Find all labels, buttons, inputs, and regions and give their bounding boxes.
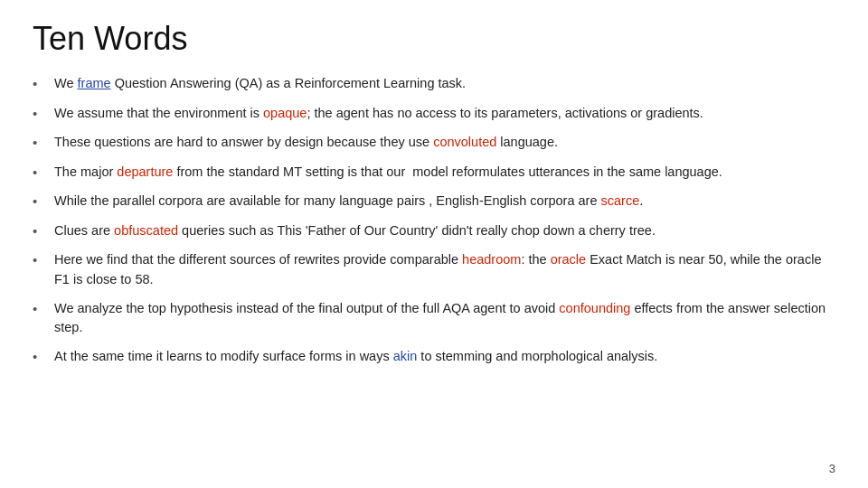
bullet-icon: • [33,347,49,368]
list-item: • We frame Question Answering (QA) as a … [33,74,835,95]
bullet-text: Clues are obfuscated queries such as Thi… [54,221,656,241]
highlight-departure: departure [117,164,173,179]
bullet-text: We analyze the top hypothesis instead of… [54,299,835,339]
highlight-opaque: opaque [263,106,307,120]
bullet-icon: • [33,221,49,242]
bullet-text: The major departure from the standard MT… [54,163,722,183]
highlight-confounding: confounding [559,301,630,315]
list-item: • At the same time it learns to modify s… [33,347,835,368]
list-item: • The major departure from the standard … [33,163,835,183]
list-item: • We analyze the top hypothesis instead … [33,299,835,339]
highlight-convoluted: convoluted [433,135,496,149]
highlight-headroom: headroom [462,252,521,267]
bullet-text: These questions are hard to answer by de… [54,133,558,153]
highlight-obfuscated: obfuscated [114,223,178,238]
content-area: • We frame Question Answering (QA) as a … [33,74,835,368]
list-item: • We assume that the environment is opaq… [33,104,835,125]
highlight-scarce: scarce [601,193,640,208]
bullet-icon: • [33,192,49,212]
bullet-icon: • [33,133,49,154]
bullet-text: Here we find that the different sources … [54,250,835,290]
bullet-icon: • [33,104,49,125]
page-title: Ten Words [33,20,868,58]
page-number: 3 [829,462,835,475]
bullet-text: While the parallel corpora are available… [54,192,643,211]
bullet-icon: • [33,299,49,320]
bullet-text: At the same time it learns to modify sur… [54,347,657,367]
highlight-akin: akin [393,349,418,363]
list-item: • While the parallel corpora are availab… [33,192,835,212]
bullet-text: We assume that the environment is opaque… [54,104,703,124]
bullet-icon: • [33,74,49,95]
list-item: • Here we find that the different source… [33,250,835,290]
bullet-text: We frame Question Answering (QA) as a Re… [54,74,466,94]
bullet-list: • We frame Question Answering (QA) as a … [33,74,835,368]
list-item: • These questions are hard to answer by … [33,133,835,154]
highlight-frame: frame [78,76,111,90]
highlight-oracle: oracle [551,252,587,267]
list-item: • Clues are obfuscated queries such as T… [33,221,835,242]
bullet-icon: • [33,163,49,183]
bullet-icon: • [33,250,49,271]
